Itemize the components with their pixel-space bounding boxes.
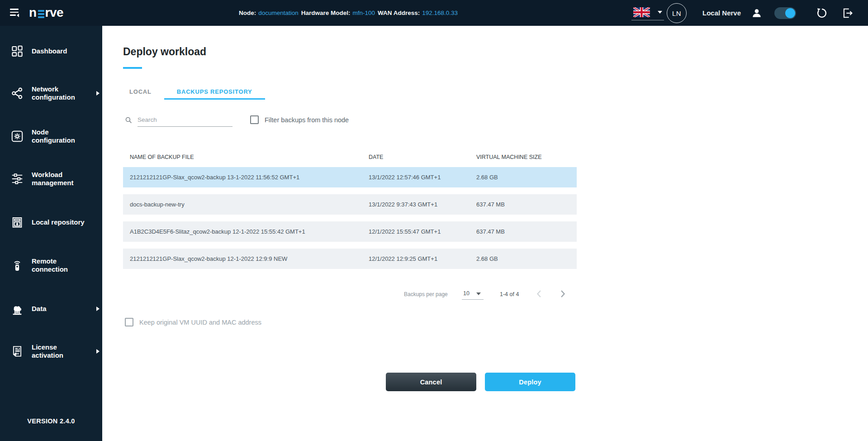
node-info-bar: Node: documentation Hardware Model: mfn-… bbox=[239, 0, 458, 26]
per-page-select[interactable]: 10 bbox=[462, 288, 484, 300]
reload-button[interactable] bbox=[816, 7, 828, 19]
search-icon bbox=[124, 116, 133, 125]
filter-backups-row: Filter backups from this node bbox=[250, 115, 349, 124]
sidebar-item-label: Data bbox=[32, 305, 88, 313]
sidebar-item-license-activation[interactable]: License activation bbox=[0, 337, 102, 366]
dashboard-icon bbox=[10, 44, 24, 58]
node-config-icon bbox=[10, 129, 24, 143]
sidebar-item-dashboard[interactable]: Dashboard bbox=[0, 37, 102, 66]
user-name: Local Nerve bbox=[702, 0, 741, 26]
page-title: Deploy workload bbox=[123, 46, 206, 58]
cell-backup-size: 637.47 MB bbox=[476, 228, 577, 235]
next-page-button[interactable] bbox=[556, 288, 569, 300]
toggle-knob bbox=[785, 8, 795, 18]
repository-icon bbox=[10, 216, 24, 229]
keep-uuid-label: Keep original VM UUID and MAC address bbox=[139, 319, 261, 326]
chevron-down-icon bbox=[658, 11, 662, 14]
wan-address-label: WAN Address: bbox=[378, 10, 420, 16]
logo-e-bars bbox=[38, 10, 44, 19]
backups-table: NAME OF BACKUP FILE DATE VIRTUAL MACHINE… bbox=[123, 150, 577, 269]
table-row[interactable]: A1B2C3D4E5F6-Slitaz_qcow2-backup 12-1-20… bbox=[123, 221, 577, 242]
table-row[interactable]: 2121212121GP-Slax_qcow2-backup 13-1-2022… bbox=[123, 167, 577, 187]
cell-backup-size: 637.47 MB bbox=[476, 201, 577, 208]
tab-local[interactable]: LOCAL bbox=[117, 85, 164, 100]
node-label: Node: bbox=[239, 10, 256, 16]
filter-backups-label: Filter backups from this node bbox=[265, 116, 349, 124]
keep-uuid-row: Keep original VM UUID and MAC address bbox=[125, 318, 261, 326]
table-header-row: NAME OF BACKUP FILE DATE VIRTUAL MACHINE… bbox=[123, 150, 577, 164]
user-profile-button[interactable] bbox=[751, 7, 763, 19]
sidebar-item-label: Remote connection bbox=[32, 257, 88, 273]
cell-backup-date: 12/1/2022 12:9:25 GMT+1 bbox=[369, 255, 476, 262]
column-header-name: NAME OF BACKUP FILE bbox=[123, 154, 369, 160]
sidebar-item-label: Node configuration bbox=[32, 128, 88, 144]
network-icon bbox=[10, 86, 24, 100]
tab-backups-repository[interactable]: BACKUPS REPOSITORY bbox=[164, 85, 265, 100]
tab-bar: LOCAL BACKUPS REPOSITORY bbox=[117, 85, 265, 100]
main-content: Deploy workload LOCAL BACKUPS REPOSITORY… bbox=[102, 26, 868, 441]
language-select[interactable] bbox=[631, 5, 664, 20]
backups-per-page-label: Backups per page bbox=[404, 291, 448, 297]
avatar[interactable]: LN bbox=[667, 3, 687, 23]
person-icon bbox=[751, 7, 763, 19]
cell-backup-date: 12/1/2022 15:55:47 GMT+1 bbox=[369, 228, 476, 235]
cell-backup-date: 13/1/2022 9:37:43 GMT+1 bbox=[369, 201, 476, 208]
nerve-logo: n rve bbox=[29, 5, 63, 20]
cancel-button[interactable]: Cancel bbox=[386, 373, 476, 391]
menu-collapse-icon[interactable] bbox=[10, 8, 24, 19]
avatar-initials: LN bbox=[672, 10, 681, 17]
cell-backup-name: A1B2C3D4E5F6-Slitaz_qcow2-backup 12-1-20… bbox=[123, 228, 369, 235]
sidebar-item-data[interactable]: Data bbox=[0, 294, 102, 323]
sidebar-item-label: Workload management bbox=[32, 171, 88, 187]
wan-address-value: 192.168.0.33 bbox=[422, 10, 458, 16]
keep-uuid-checkbox[interactable] bbox=[125, 318, 133, 326]
table-row[interactable]: 2121212121GP-Slax_qcow2-backup 12-1-2022… bbox=[123, 249, 577, 269]
deploy-button[interactable]: Deploy bbox=[485, 373, 575, 391]
cell-backup-name: 2121212121GP-Slax_qcow2-backup 12-1-2022… bbox=[123, 255, 369, 262]
topbar: n rve Node: documentation Hardware Model… bbox=[0, 0, 868, 26]
refresh-icon bbox=[816, 7, 828, 19]
cell-backup-name: 2121212121GP-Slax_qcow2-backup 13-1-2022… bbox=[123, 174, 369, 181]
chevron-down-icon bbox=[476, 292, 481, 295]
sidebar-item-node-configuration[interactable]: Node configuration bbox=[0, 122, 102, 151]
column-header-date: DATE bbox=[369, 154, 476, 160]
table-row[interactable]: docs-backup-new-try 13/1/2022 9:37:43 GM… bbox=[123, 194, 577, 215]
workload-icon bbox=[10, 172, 24, 186]
sidebar: Dashboard Network configuration Node con… bbox=[0, 26, 102, 441]
sidebar-item-label: License activation bbox=[32, 343, 88, 360]
cell-backup-size: 2.68 GB bbox=[476, 255, 577, 262]
cell-backup-date: 13/1/2022 12:57:46 GMT+1 bbox=[369, 174, 476, 181]
remote-icon bbox=[10, 259, 24, 272]
sidebar-item-label: Network configuration bbox=[32, 85, 88, 101]
node-value: documentation bbox=[258, 10, 299, 16]
theme-toggle[interactable] bbox=[774, 7, 796, 19]
sidebar-item-remote-connection[interactable]: Remote connection bbox=[0, 251, 102, 280]
search-input[interactable] bbox=[138, 113, 232, 127]
title-underline bbox=[123, 67, 142, 69]
sidebar-item-workload-management[interactable]: Workload management bbox=[0, 164, 102, 193]
chevron-right-icon bbox=[556, 288, 569, 300]
previous-page-button[interactable] bbox=[533, 288, 545, 300]
hardware-model-label: Hardware Model: bbox=[301, 10, 351, 16]
uk-flag-icon bbox=[633, 7, 650, 17]
sidebar-item-label: Dashboard bbox=[32, 47, 88, 55]
sidebar-item-local-repository[interactable]: Local repository bbox=[0, 208, 102, 237]
chevron-right-icon bbox=[96, 91, 100, 96]
version-label: VERSION 2.4.0 bbox=[0, 417, 102, 425]
hardware-model-value: mfn-100 bbox=[352, 10, 375, 16]
column-header-size: VIRTUAL MACHINE SIZE bbox=[476, 154, 577, 160]
chevron-left-icon bbox=[533, 288, 545, 300]
logout-icon bbox=[842, 7, 854, 19]
sidebar-item-network-configuration[interactable]: Network configuration bbox=[0, 79, 102, 108]
sidebar-item-label: Local repository bbox=[32, 218, 88, 226]
chevron-right-icon bbox=[96, 307, 100, 311]
data-icon bbox=[10, 302, 24, 316]
chevron-right-icon bbox=[96, 349, 100, 354]
filter-backups-checkbox[interactable] bbox=[250, 115, 259, 124]
logout-button[interactable] bbox=[842, 7, 854, 19]
per-page-value: 10 bbox=[463, 290, 470, 297]
logo-text-n: n bbox=[29, 6, 37, 19]
cell-backup-size: 2.68 GB bbox=[476, 174, 577, 181]
pagination-range: 1-4 of 4 bbox=[500, 291, 519, 297]
cell-backup-name: docs-backup-new-try bbox=[123, 201, 369, 208]
